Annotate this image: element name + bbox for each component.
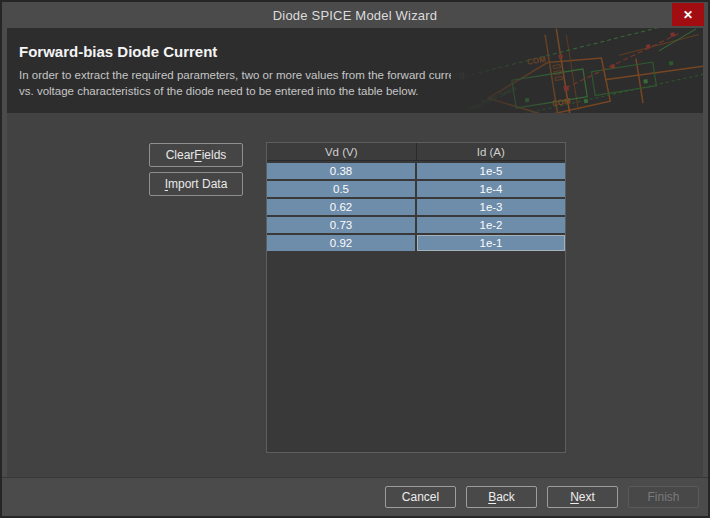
clear-fields-button[interactable]: Clear Fields <box>149 143 243 167</box>
cancel-button[interactable]: Cancel <box>385 486 456 508</box>
cell-vd[interactable]: 0.73 <box>267 217 415 233</box>
cell-id[interactable]: 1e-4 <box>415 181 565 197</box>
column-header-vd: Vd (V) <box>267 143 416 160</box>
dialog-footer: Cancel Back Next Finish <box>2 477 708 516</box>
back-button[interactable]: Back <box>466 486 537 508</box>
dialog-window: Diode SPICE Model Wizard ✕ <box>0 0 710 518</box>
column-header-id: Id (A) <box>416 143 566 160</box>
table-row[interactable]: 0.92 1e-1 <box>267 235 565 251</box>
cell-id[interactable]: 1e-3 <box>415 199 565 215</box>
window-title: Diode SPICE Model Wizard <box>273 8 437 23</box>
import-data-button[interactable]: Import Data <box>149 172 243 196</box>
cell-id-focused[interactable]: 1e-1 <box>415 235 565 251</box>
iv-data-table: Vd (V) Id (A) 0.38 1e-5 0.5 1e-4 0.62 1e… <box>266 142 566 453</box>
title-bar: Diode SPICE Model Wizard ✕ <box>2 2 708 28</box>
table-row[interactable]: 0.38 1e-5 <box>267 163 565 179</box>
table-row[interactable]: 0.5 1e-4 <box>267 181 565 197</box>
page-title: Forward-bias Diode Current <box>19 43 703 60</box>
cell-id[interactable]: 1e-2 <box>415 217 565 233</box>
page-description: In order to extract the required paramet… <box>19 67 703 99</box>
cell-vd[interactable]: 0.5 <box>267 181 415 197</box>
cell-vd[interactable]: 0.38 <box>267 163 415 179</box>
table-row[interactable]: 0.62 1e-3 <box>267 199 565 215</box>
cell-vd[interactable]: 0.62 <box>267 199 415 215</box>
wizard-header: COM COM Main Power Switch Forward-bias D… <box>7 28 703 113</box>
cell-vd[interactable]: 0.92 <box>267 235 415 251</box>
table-header-row: Vd (V) Id (A) <box>267 143 565 161</box>
table-row[interactable]: 0.73 1e-2 <box>267 217 565 233</box>
close-icon[interactable]: ✕ <box>672 3 704 26</box>
wizard-body: Clear Fields Import Data Vd (V) Id (A) 0… <box>7 113 703 477</box>
finish-button: Finish <box>628 486 699 508</box>
next-button[interactable]: Next <box>547 486 618 508</box>
cell-id[interactable]: 1e-5 <box>415 163 565 179</box>
